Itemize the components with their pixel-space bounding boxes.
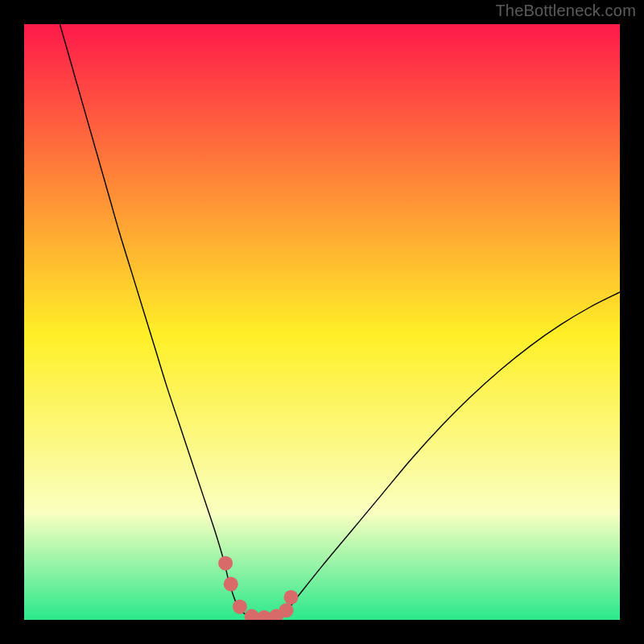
recommended-marker xyxy=(279,603,294,617)
recommended-marker xyxy=(224,577,238,592)
recommended-marker xyxy=(284,590,299,605)
plot-area xyxy=(24,24,620,620)
bottleneck-chart xyxy=(24,24,620,620)
recommended-marker xyxy=(233,600,247,614)
gradient-background xyxy=(24,24,620,620)
watermark-text: TheBottleneck.com xyxy=(495,2,636,20)
chart-frame: TheBottleneck.com xyxy=(0,0,644,644)
recommended-marker xyxy=(218,556,233,571)
